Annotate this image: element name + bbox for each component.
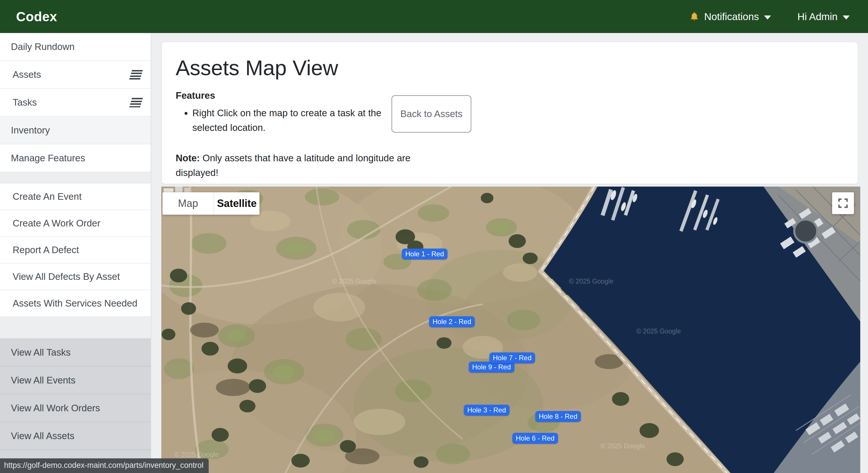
map-watermark: © 2025 Google bbox=[332, 278, 377, 285]
marker-hole-2-red[interactable]: Hole 2 - Red bbox=[429, 316, 475, 327]
sidebar-item-label: Assets With Services Needed bbox=[12, 298, 137, 309]
marker-hole-3-red[interactable]: Hole 3 - Red bbox=[464, 405, 509, 416]
sidebar-item-label: Tasks bbox=[12, 97, 37, 108]
link-status-tooltip: https://golf-demo.codex-maint.com/parts/… bbox=[0, 459, 209, 473]
features-heading: Features bbox=[176, 90, 844, 101]
sidebar-item-report-a-defect[interactable]: Report A Defect bbox=[0, 237, 151, 263]
map-watermark: © 2025 Google bbox=[174, 451, 219, 459]
sidebar-item-view-all-tasks[interactable]: View All Tasks bbox=[0, 339, 151, 367]
navbar-right: Notifications Hi Admin bbox=[689, 11, 849, 22]
sidebar-item-tasks[interactable]: Tasks bbox=[0, 89, 151, 117]
sidebar-item-label: View All Tasks bbox=[11, 347, 71, 358]
feature-bullet: Right Click on the map to create a task … bbox=[192, 106, 413, 135]
sidebar-item-label: View All Work Orders bbox=[11, 403, 100, 414]
sidebar-gray-section: View All Tasks View All Events View All … bbox=[0, 339, 151, 473]
sidebar-item-view-all-assets[interactable]: View All Assets bbox=[0, 422, 151, 450]
page-title: Assets Map View bbox=[176, 55, 844, 82]
sidebar-item-label: Create A Work Order bbox=[12, 218, 100, 229]
sidebar-item-label: Daily Rundown bbox=[11, 41, 74, 52]
sidebar-item-assets[interactable]: Assets bbox=[0, 61, 151, 89]
sidebar-item-view-all-events[interactable]: View All Events bbox=[0, 367, 151, 395]
map-watermark: © 2025 Google bbox=[569, 278, 613, 285]
bell-icon bbox=[689, 11, 700, 22]
sidebar-nav: Daily Rundown Assets Tasks Inventory Man… bbox=[0, 33, 151, 473]
sidebar-item-label: View All Events bbox=[11, 375, 75, 386]
chevron-down-icon bbox=[843, 15, 849, 20]
map-type-satellite-button[interactable]: Satellite bbox=[214, 192, 259, 215]
sidebar-item-create-a-work-order[interactable]: Create A Work Order bbox=[0, 210, 151, 237]
sidebar-item-assets-with-services-needed[interactable]: Assets With Services Needed bbox=[0, 290, 151, 317]
sidebar-section-divider bbox=[0, 172, 151, 183]
fullscreen-button[interactable] bbox=[832, 192, 854, 214]
list-icon bbox=[129, 70, 143, 80]
list-icon bbox=[129, 98, 143, 107]
marker-hole-1-red[interactable]: Hole 1 - Red bbox=[402, 249, 447, 259]
note-text: Note: Only assets that have a latitude a… bbox=[176, 151, 434, 180]
brand-logo[interactable]: Codex bbox=[16, 9, 57, 24]
sidebar-item-label: Create An Event bbox=[12, 191, 82, 202]
notifications-dropdown[interactable]: Notifications bbox=[689, 11, 771, 22]
marker-hole-7-red[interactable]: Hole 7 - Red bbox=[489, 352, 535, 364]
map-watermark: © 2025 Google bbox=[600, 442, 645, 450]
sidebar-item-label: Report A Defect bbox=[12, 245, 79, 255]
assets-map-view-card: Assets Map View Features Right Click on … bbox=[161, 42, 858, 184]
map-watermark: © 2025 Google bbox=[637, 327, 681, 335]
sidebar-item-view-all-work-orders[interactable]: View All Work Orders bbox=[0, 395, 151, 422]
fullscreen-icon bbox=[838, 198, 848, 209]
sidebar-item-label: Inventory bbox=[11, 125, 50, 136]
sidebar-item-label: View All Assets bbox=[11, 431, 74, 441]
sidebar-item-daily-rundown[interactable]: Daily Rundown bbox=[0, 33, 151, 61]
user-menu-label: Hi Admin bbox=[797, 11, 838, 22]
sidebar-item-label: View All Defects By Asset bbox=[12, 271, 120, 282]
note-label: Note: bbox=[176, 153, 200, 163]
satellite-imagery: © 2025 Google © 2025 Google © 2025 Googl… bbox=[161, 187, 860, 473]
notifications-label: Notifications bbox=[704, 11, 759, 22]
sidebar-item-label: Assets bbox=[12, 69, 41, 80]
marker-hole-6-red[interactable]: Hole 6 - Red bbox=[513, 433, 558, 444]
map-type-control: Map Satellite bbox=[162, 192, 259, 215]
map-type-map-button[interactable]: Map bbox=[162, 192, 214, 215]
sidebar-section-divider bbox=[0, 317, 151, 339]
marker-hole-8-red[interactable]: Hole 8 - Red bbox=[535, 411, 581, 422]
sidebar-item-manage-features[interactable]: Manage Features bbox=[0, 145, 151, 172]
back-to-assets-button[interactable]: Back to Assets bbox=[392, 95, 471, 133]
chevron-down-icon bbox=[764, 15, 771, 20]
assets-map[interactable]: © 2025 Google © 2025 Google © 2025 Googl… bbox=[161, 187, 860, 473]
sidebar-item-create-an-event[interactable]: Create An Event bbox=[0, 183, 151, 210]
sidebar-item-label: Manage Features bbox=[11, 153, 85, 164]
sidebar-item-view-all-defects-by-asset[interactable]: View All Defects By Asset bbox=[0, 263, 151, 290]
top-navbar: Codex Notifications Hi Admin bbox=[0, 0, 868, 33]
note-body: Only assets that have a latitude and lon… bbox=[176, 153, 410, 178]
features-list: Right Click on the map to create a task … bbox=[176, 106, 413, 135]
user-menu-dropdown[interactable]: Hi Admin bbox=[797, 11, 849, 22]
sidebar-item-inventory[interactable]: Inventory bbox=[0, 117, 151, 145]
